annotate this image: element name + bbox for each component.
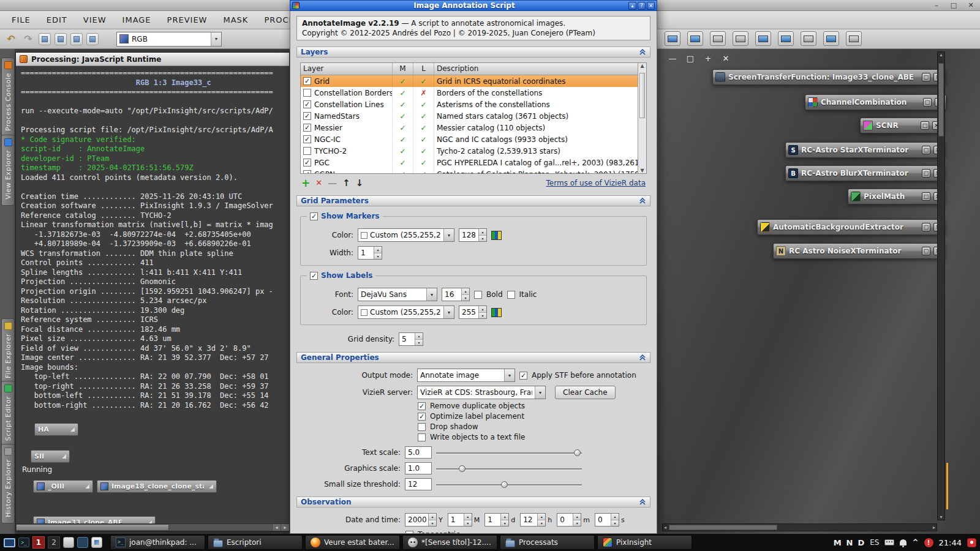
spinner-arrows[interactable]: ▴▾ xyxy=(428,514,436,526)
scrollbar-thumb[interactable] xyxy=(639,73,645,118)
spinner-arrows[interactable]: ▴▾ xyxy=(478,229,486,241)
font-size-spinner[interactable]: 16 ▴▾ xyxy=(442,288,470,301)
menu-item-view[interactable]: VIEW xyxy=(75,11,115,29)
show-markers-checkbox[interactable]: ✓ xyxy=(310,212,318,220)
collapse-icon[interactable] xyxy=(639,499,646,505)
date-d-spinner[interactable]: 1▴▾ xyxy=(484,513,509,527)
marker-color-select[interactable]: Custom (255,255,255) ▾ xyxy=(358,228,454,242)
spinner-arrows[interactable]: ▴▾ xyxy=(611,514,619,526)
marker-alpha-spinner[interactable]: 128 ▴▾ xyxy=(459,228,487,242)
spinner-arrows[interactable]: ▴▾ xyxy=(374,247,382,259)
date-h-spinner[interactable]: 12▴▾ xyxy=(520,513,546,527)
graphics-scale-slider[interactable] xyxy=(436,464,582,473)
date-s-spinner[interactable]: 0▴▾ xyxy=(595,513,619,527)
layer-enabled-checkbox[interactable]: ✓ xyxy=(303,147,311,155)
toolbar-icon[interactable] xyxy=(70,33,83,45)
dialog-titlebar[interactable]: Image Annotation Script ▴ ? ✕ xyxy=(290,0,657,11)
label-color-select[interactable]: Custom (255,255,255) ▾ xyxy=(358,305,454,319)
task-pixinsight[interactable]: PixInsight xyxy=(597,535,692,550)
toolbar-icon[interactable] xyxy=(39,33,51,45)
spinner-arrows[interactable]: ▴▾ xyxy=(500,514,508,526)
menu-item-file[interactable]: FILE xyxy=(4,11,39,29)
restore-icon[interactable]: □ xyxy=(922,73,930,81)
restore-icon[interactable]: □ xyxy=(921,121,929,130)
task-joan-thinkpad[interactable]: joan@thinkpad: ... xyxy=(110,535,205,550)
scrollbar-thumb[interactable] xyxy=(938,63,944,137)
tray-icon-d[interactable]: D xyxy=(858,538,864,547)
side-tab-process-console[interactable]: Process Console xyxy=(1,58,15,137)
zoom-icon[interactable]: + xyxy=(704,54,712,63)
task-sense-t-tol-12[interactable]: *[Sense títol]-12.... xyxy=(402,535,497,550)
vizier-server-select[interactable]: VizieR at CDS: Strasbourg, France ▾ xyxy=(417,386,546,399)
text-scale-slider[interactable] xyxy=(436,448,582,457)
toolbar-icon[interactable] xyxy=(86,33,99,45)
table-row[interactable]: ✓Messier✓✓Messier catalog (110 objects) xyxy=(301,122,646,133)
process-window-screentransferfunction-image33-clone-abe[interactable]: ScreenTransferFunction: Image33_clone_AB… xyxy=(712,69,945,85)
minimized-window[interactable]: HA xyxy=(34,423,78,436)
collapse-icon[interactable] xyxy=(639,354,646,361)
toolbar-icon[interactable] xyxy=(55,33,67,45)
output-mode-select[interactable]: Annotate image ▾ xyxy=(417,369,515,382)
view-selector[interactable]: RGB ▾ xyxy=(116,32,222,47)
slider-knob[interactable] xyxy=(574,449,581,456)
app-menu-icon[interactable] xyxy=(4,538,15,547)
layer-enabled-checkbox[interactable]: ✓ xyxy=(303,77,311,85)
image-vscrollbar[interactable]: ▴ ▾ xyxy=(937,51,945,520)
clear-cache-button[interactable]: Clear Cache xyxy=(555,386,616,399)
image-tab[interactable]: _OIII xyxy=(33,480,93,493)
restore-icon[interactable]: □ xyxy=(923,98,932,107)
marker-width-spinner[interactable]: 1 ▴▾ xyxy=(358,246,382,260)
table-row[interactable]: ✓Constellation Borders✓✗Borders of the c… xyxy=(301,87,646,99)
scroll-down-icon[interactable]: ▼ xyxy=(640,168,644,173)
move-down-button[interactable]: ↓ xyxy=(356,178,364,189)
scrollbar-thumb[interactable] xyxy=(669,525,777,530)
section-general-properties[interactable]: General Properties xyxy=(296,352,650,363)
spinner-arrows[interactable]: ▴▾ xyxy=(461,288,469,301)
table-row[interactable]: ✓Grid✓✓Grid in ICRS equatorial coordinat… xyxy=(301,75,646,87)
close-icon[interactable]: ✕ xyxy=(967,1,975,10)
layer-enabled-checkbox[interactable]: ✓ xyxy=(303,135,311,143)
show-labels-checkbox[interactable]: ✓ xyxy=(310,272,318,280)
scroll-right-icon[interactable]: ▸ xyxy=(933,525,935,530)
close-icon[interactable]: ✕ xyxy=(722,54,730,63)
menu-item-image[interactable]: IMAGE xyxy=(115,11,159,29)
menu-item-mask[interactable]: MASK xyxy=(215,11,256,29)
section-observation[interactable]: Observation xyxy=(296,497,650,508)
tray-icon-n[interactable]: N xyxy=(846,538,853,547)
remove-duplicate-objects-checkbox[interactable]: ✓ xyxy=(418,402,426,410)
toolbar-icon[interactable] xyxy=(710,31,726,46)
scroll-left-icon[interactable]: ◂ xyxy=(664,525,666,530)
scroll-right-icon[interactable]: ▸ xyxy=(281,524,289,531)
table-row[interactable]: ✓CGPN✓✓Catalogue of Galactic Planetar...… xyxy=(301,168,646,173)
table-row[interactable]: ✓TYCHO-2✓✓Tycho-2 catalog (2,539,913 sta… xyxy=(301,145,646,157)
toolbar-icon[interactable] xyxy=(755,31,771,46)
layer-enabled-checkbox[interactable]: ✓ xyxy=(303,112,311,120)
collapse-icon[interactable] xyxy=(639,49,646,55)
tray-icon-m[interactable]: M xyxy=(834,538,842,547)
tray-expand-icon[interactable]: ^ xyxy=(912,538,918,547)
graphics-scale-input[interactable]: 1.0 xyxy=(405,462,432,474)
image-tab[interactable]: Image18_clone_clone_stars xyxy=(97,480,217,493)
power-icon[interactable] xyxy=(967,538,976,547)
maximize-icon[interactable]: □ xyxy=(949,1,958,10)
write-objects-to-a-text-file-checkbox[interactable]: ✓ xyxy=(418,433,426,441)
process-window-rc-astro-blurxterminator[interactable]: BRC-Astro BlurXTerminator□✕ xyxy=(785,165,945,181)
shade-icon[interactable]: ▴ xyxy=(628,2,636,10)
remove-layer-button[interactable]: ✕ xyxy=(315,178,322,189)
optimize-label-placement-checkbox[interactable]: ✓ xyxy=(418,413,426,421)
restore-icon[interactable]: □ xyxy=(922,169,930,178)
layer-enabled-checkbox[interactable]: ✓ xyxy=(303,124,311,132)
toolbar-icon[interactable] xyxy=(733,31,748,46)
spinner-arrows[interactable]: ▴▾ xyxy=(573,514,581,526)
vizier-terms-link[interactable]: Terms of use of VizieR data xyxy=(546,179,646,187)
date-Y-spinner[interactable]: 2000▴▾ xyxy=(405,513,437,527)
console-hscrollbar[interactable]: ◂ ▸ xyxy=(16,523,289,531)
console-titlebar[interactable]: Processing: JavaScript Runtime xyxy=(16,53,289,66)
keyboard-icon[interactable] xyxy=(884,539,894,545)
toolbar-icon[interactable] xyxy=(823,31,839,46)
image-hscrollbar[interactable]: ◂ ▸ xyxy=(662,523,937,531)
notification-icon[interactable] xyxy=(900,539,907,545)
process-window-pixelmath[interactable]: PixelMath□✕ xyxy=(848,189,945,204)
label-alpha-spinner[interactable]: 255 ▴▾ xyxy=(459,305,487,319)
drop-shadow-checkbox[interactable]: ✓ xyxy=(418,423,426,431)
